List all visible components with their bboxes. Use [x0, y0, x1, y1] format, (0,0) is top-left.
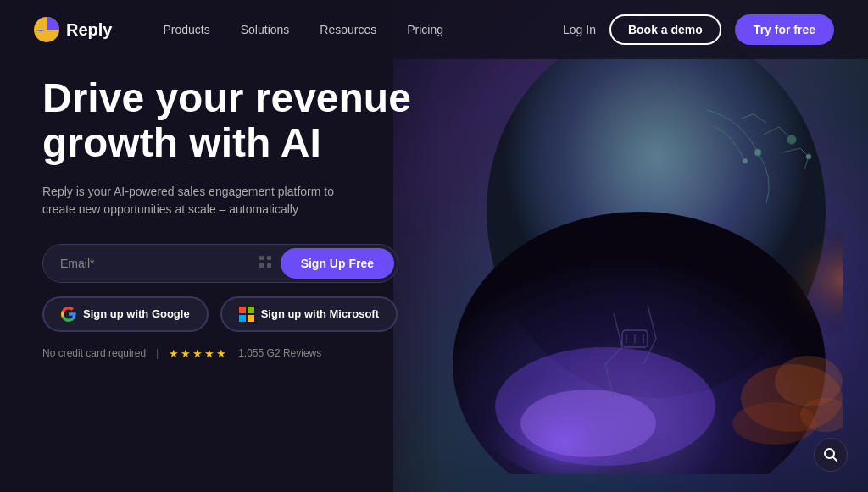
social-buttons: Sign up with Google Sign up with Microso… — [42, 296, 466, 332]
headline-line2: growth with AI — [42, 120, 321, 165]
google-signup-button[interactable]: Sign up with Google — [42, 296, 209, 332]
reply-logo-icon — [34, 17, 59, 42]
search-button[interactable] — [814, 438, 848, 472]
book-demo-button[interactable]: Book a demo — [609, 14, 721, 45]
star-rating: ★★★★★ — [169, 347, 228, 360]
svg-rect-22 — [267, 263, 271, 268]
headline-line1: Drive your revenue — [42, 75, 411, 120]
signup-free-button[interactable]: Sign Up Free — [281, 248, 394, 279]
review-count: 1,055 G2 Reviews — [238, 347, 321, 359]
google-icon — [61, 307, 76, 322]
nav-links: Products Solutions Resources Pricing — [163, 23, 563, 36]
grid-icon — [259, 255, 272, 272]
hero-headline: Drive your revenue growth with AI — [42, 76, 466, 166]
microsoft-signup-button[interactable]: Sign up with Microsoft — [220, 296, 398, 332]
microsoft-icon — [239, 307, 254, 322]
svg-rect-21 — [259, 263, 264, 268]
brand-name: Reply — [66, 20, 112, 40]
email-input[interactable] — [60, 257, 259, 270]
nav-solutions[interactable]: Solutions — [241, 23, 290, 36]
svg-rect-24 — [248, 307, 254, 313]
svg-rect-20 — [267, 256, 271, 260]
svg-rect-26 — [248, 315, 254, 322]
no-card-text: No credit card required — [42, 347, 146, 359]
page-wrapper: Reply Products Solutions Resources Prici… — [0, 0, 868, 492]
hero-content: Drive your revenue growth with AI Reply … — [42, 76, 466, 360]
divider: | — [156, 347, 159, 359]
svg-rect-25 — [239, 315, 246, 322]
google-btn-label: Sign up with Google — [83, 307, 190, 320]
svg-rect-23 — [239, 307, 246, 313]
navbar: Reply Products Solutions Resources Prici… — [0, 0, 868, 59]
email-form: Sign Up Free — [42, 244, 398, 283]
login-button[interactable]: Log In — [563, 23, 596, 36]
nav-pricing[interactable]: Pricing — [407, 23, 443, 36]
nav-right: Log In Book a demo Try for free — [563, 14, 834, 45]
nav-products[interactable]: Products — [163, 23, 209, 36]
try-free-button[interactable]: Try for free — [735, 14, 834, 45]
microsoft-btn-label: Sign up with Microsoft — [261, 307, 379, 320]
svg-rect-19 — [259, 256, 264, 260]
hero-subtext: Reply is your AI-powered sales engagemen… — [42, 183, 356, 218]
trust-bar: No credit card required | ★★★★★ 1,055 G2… — [42, 347, 466, 360]
logo-area: Reply — [34, 17, 112, 42]
nav-resources[interactable]: Resources — [320, 23, 376, 36]
